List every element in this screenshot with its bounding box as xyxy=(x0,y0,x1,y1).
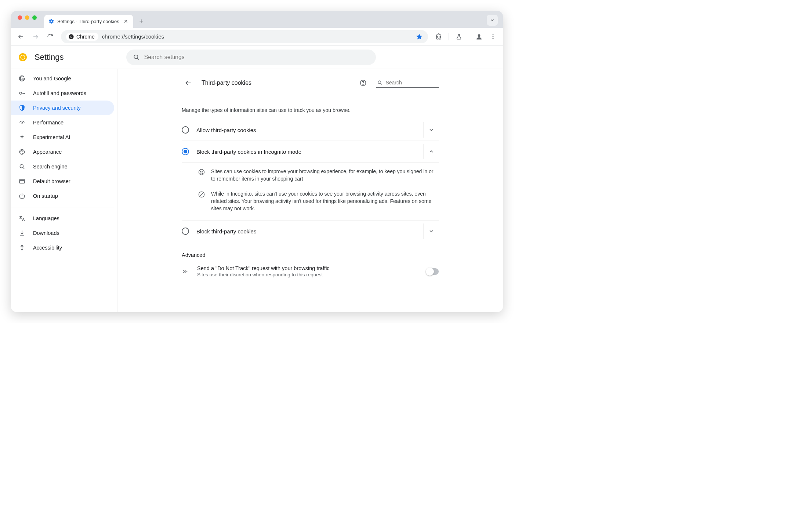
sidebar-item-you-and-google[interactable]: You and Google xyxy=(11,71,114,86)
sidebar-divider xyxy=(11,207,114,207)
detail-text: While in Incognito, sites can't use your… xyxy=(211,190,439,212)
svg-point-8 xyxy=(493,38,494,39)
expand-button[interactable] xyxy=(423,223,439,239)
profile-button[interactable] xyxy=(473,30,485,43)
detail-row: While in Incognito, sites can't use your… xyxy=(198,186,439,216)
svg-point-4 xyxy=(70,36,72,37)
setting-subtitle: Sites use their discretion when respondi… xyxy=(197,272,419,277)
option-label: Block third-party cookies in Incognito m… xyxy=(196,149,416,155)
sidebar-item-experimental-ai[interactable]: Experimental AI xyxy=(11,130,114,145)
settings-body: You and Google Autofill and passwords Pr… xyxy=(11,69,503,312)
settings-sidebar: You and Google Autofill and passwords Pr… xyxy=(11,69,117,312)
setting-texts: Send a "Do Not Track" request with your … xyxy=(197,265,419,277)
browser-toolbar: Chrome chrome://settings/cookies xyxy=(11,28,503,46)
sidebar-item-label: Performance xyxy=(33,120,64,126)
chrome-icon xyxy=(68,34,74,40)
svg-rect-25 xyxy=(19,179,25,183)
expand-button[interactable] xyxy=(423,122,439,138)
option-allow-third-party[interactable]: Allow third-party cookies xyxy=(182,119,439,141)
tab-dropdown-button[interactable] xyxy=(487,15,498,26)
content-header: Third-party cookies xyxy=(182,75,439,96)
download-icon xyxy=(18,229,26,237)
window-maximize-button[interactable] xyxy=(32,15,37,20)
sidebar-item-default-browser[interactable]: Default browser xyxy=(11,174,114,189)
svg-point-38 xyxy=(202,173,203,174)
sidebar-item-accessibility[interactable]: Accessibility xyxy=(11,240,114,255)
sidebar-item-label: You and Google xyxy=(33,76,71,81)
option-label: Allow third-party cookies xyxy=(196,127,416,133)
address-bar[interactable]: Chrome chrome://settings/cookies xyxy=(61,30,428,43)
svg-point-12 xyxy=(134,55,138,58)
svg-point-22 xyxy=(23,151,23,152)
sidebar-item-privacy[interactable]: Privacy and security xyxy=(11,101,114,115)
new-tab-button[interactable]: + xyxy=(136,16,146,26)
radio-button[interactable] xyxy=(182,228,189,235)
sidebar-item-label: Privacy and security xyxy=(33,105,81,111)
svg-point-35 xyxy=(200,171,201,172)
labs-button[interactable] xyxy=(453,30,465,43)
sidebar-item-autofill[interactable]: Autofill and passwords xyxy=(11,86,114,101)
detail-row: Sites can use cookies to improve your br… xyxy=(198,164,439,186)
content-search-field[interactable] xyxy=(376,79,439,88)
forward-button[interactable] xyxy=(29,30,42,43)
do-not-track-toggle[interactable] xyxy=(426,268,439,275)
content-title: Third-party cookies xyxy=(202,80,350,86)
sidebar-item-downloads[interactable]: Downloads xyxy=(11,226,114,240)
svg-point-14 xyxy=(19,92,22,94)
shield-icon xyxy=(18,104,26,112)
sidebar-item-languages[interactable]: Languages xyxy=(11,211,114,226)
sidebar-item-on-startup[interactable]: On startup xyxy=(11,189,114,203)
option-block-third-party[interactable]: Block third-party cookies xyxy=(182,220,439,242)
sidebar-item-label: Search engine xyxy=(33,164,68,170)
gear-icon xyxy=(48,18,54,24)
content-search-input[interactable] xyxy=(385,80,438,86)
sidebar-item-appearance[interactable]: Appearance xyxy=(11,145,114,159)
chrome-logo-icon xyxy=(18,53,27,62)
window-minimize-button[interactable] xyxy=(25,15,29,20)
back-button[interactable] xyxy=(15,30,27,43)
sidebar-item-performance[interactable]: Performance xyxy=(11,115,114,130)
power-icon xyxy=(18,192,26,200)
window-controls xyxy=(14,15,40,23)
do-not-track-row[interactable]: Send a "Do Not Track" request with your … xyxy=(182,260,439,283)
svg-point-6 xyxy=(493,34,494,35)
palette-icon xyxy=(18,148,26,156)
tab-bar: Settings - Third-party cookies ✕ + xyxy=(11,11,503,28)
option-block-incognito[interactable]: Block third-party cookies in Incognito m… xyxy=(182,141,439,162)
svg-point-36 xyxy=(202,171,203,172)
browser-window: Settings - Third-party cookies ✕ + Chrom… xyxy=(11,11,503,312)
sidebar-item-label: Autofill and passwords xyxy=(33,90,86,96)
window-close-button[interactable] xyxy=(18,15,22,20)
radio-button[interactable] xyxy=(182,126,189,134)
help-button[interactable] xyxy=(356,76,370,90)
content-back-button[interactable] xyxy=(182,76,195,90)
sidebar-item-label: Languages xyxy=(33,215,59,221)
extensions-button[interactable] xyxy=(432,30,445,43)
sidebar-item-search-engine[interactable]: Search engine xyxy=(11,159,114,174)
spark-icon xyxy=(18,134,26,141)
google-g-icon xyxy=(18,75,26,82)
radio-button[interactable] xyxy=(182,148,189,155)
collapse-button[interactable] xyxy=(423,144,439,159)
tab-close-button[interactable]: ✕ xyxy=(122,18,130,25)
translate-icon xyxy=(18,215,26,222)
reload-button[interactable] xyxy=(44,30,57,43)
request-icon xyxy=(182,268,190,275)
separator xyxy=(469,33,469,40)
site-chip-label: Chrome xyxy=(76,34,95,40)
browser-tab[interactable]: Settings - Third-party cookies ✕ xyxy=(44,15,133,28)
tab-title: Settings - Third-party cookies xyxy=(57,19,119,24)
svg-point-7 xyxy=(493,36,494,37)
search-settings-input[interactable] xyxy=(144,54,369,61)
svg-point-32 xyxy=(378,81,381,84)
app-title: Settings xyxy=(35,52,64,62)
svg-point-5 xyxy=(478,34,481,37)
menu-button[interactable] xyxy=(487,30,499,43)
sidebar-item-label: Experimental AI xyxy=(33,134,70,140)
bookmark-star-icon[interactable] xyxy=(416,33,423,40)
search-settings-field[interactable] xyxy=(126,50,376,65)
block-icon xyxy=(198,191,205,198)
toolbar-actions xyxy=(432,30,499,43)
site-chip[interactable]: Chrome xyxy=(66,33,98,41)
option-details: Sites can use cookies to improve your br… xyxy=(182,162,439,220)
